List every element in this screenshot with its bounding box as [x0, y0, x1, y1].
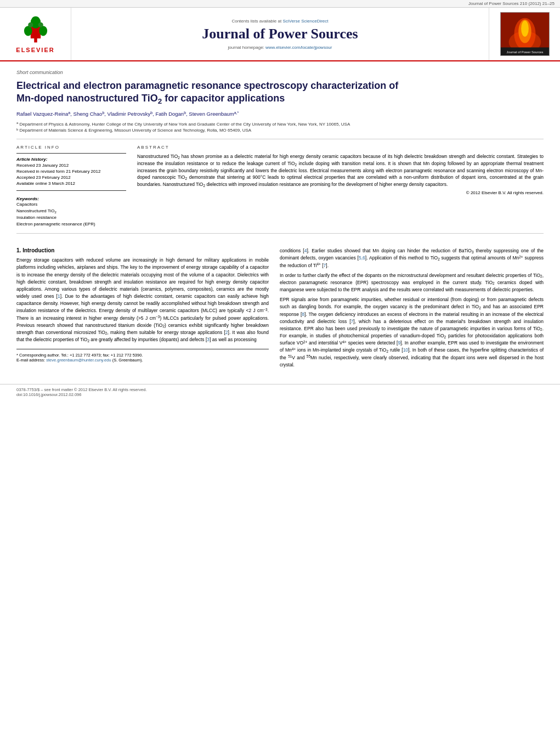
keywords-section: Keywords: Capacitors Nanostructured TiO2… [16, 196, 126, 228]
abstract-column: ABSTRACT Nanostructured TiO2 has shown p… [137, 145, 544, 228]
intro-text-left: Energy storage capacitors with reduced v… [16, 257, 269, 343]
footer-doi: doi:10.1016/j.jpowsour.2012.02.096 [16, 392, 544, 397]
sciverse-link-line: Contents lists available at SciVerse Sci… [231, 19, 328, 24]
footer-bar: 0378-7753/$ – see front matter © 2012 El… [0, 384, 560, 400]
info-abstract-section: ARTICLE INFO Article history: Received 2… [16, 145, 544, 228]
journal-name: Journal of Power Sources [202, 26, 358, 42]
article-title: Electrical and electron paramagnetic res… [16, 80, 544, 105]
elsevier-logo-area: ELSEVIER [0, 8, 71, 60]
journal-header: ELSEVIER Contents lists available at Sci… [0, 8, 560, 61]
divider [16, 139, 544, 139]
affil-a: a Department of Physics & Astronomy, Hun… [16, 121, 544, 127]
journal-issue-area: Journal of Power Sources [489, 8, 560, 60]
abstract-text: Nanostructured TiO2 has shown promise as… [137, 153, 544, 188]
footnote-star: * Corresponding author. Tel.: +1 212 772… [16, 353, 269, 358]
svg-point-7 [38, 22, 43, 27]
intro-section-title: 1. Introduction [16, 247, 269, 253]
journal-homepage-link[interactable]: www.elsevier.com/locate/jpowsour [265, 45, 332, 50]
svg-point-6 [28, 22, 33, 27]
journal-homepage-line: journal homepage: www.elsevier.com/locat… [228, 45, 332, 50]
accepted-date: Accepted 23 February 2012 [16, 175, 126, 180]
available-date: Available online 3 March 2012 [16, 181, 126, 186]
email-link[interactable]: steve.greenbaum@hunter.cuny.edu [46, 358, 111, 363]
keywords-list: Capacitors Nanostructured TiO2 Insulatio… [16, 201, 126, 228]
kw2: Nanostructured TiO2 [16, 208, 126, 214]
svg-point-4 [39, 26, 47, 36]
footnote-email: E-mail address: steve.greenbaum@hunter.c… [16, 358, 269, 363]
footer-issn: 0378-7753/$ – see front matter © 2012 El… [16, 387, 544, 392]
article-type: Short communication [16, 70, 544, 75]
svg-text:Journal of Power Sources: Journal of Power Sources [506, 50, 543, 54]
copyright: © 2012 Elsevier B.V. All rights reserved… [137, 190, 544, 195]
sciverse-link[interactable]: SciVerse ScienceDirect [282, 19, 328, 24]
body-right-column: conditions [4]. Earlier studies showed t… [280, 247, 544, 373]
divider2 [16, 233, 544, 234]
kw3: Insulation resistance [16, 214, 126, 221]
received-date: Received 23 January 2012 [16, 163, 126, 168]
cover-svg: Journal of Power Sources [501, 12, 549, 56]
svg-point-3 [24, 26, 32, 36]
affiliations: a Department of Physics & Astronomy, Hun… [16, 121, 544, 133]
keywords-title: Keywords: [16, 196, 126, 201]
revised-date: Received in revised form 21 February 201… [16, 169, 126, 174]
journal-ref-bar: Journal of Power Sources 210 (2012) 21–2… [0, 0, 560, 8]
article-info-column: ARTICLE INFO Article history: Received 2… [16, 145, 126, 228]
article-info-box: Article history: Received 23 January 201… [16, 153, 126, 191]
main-content: 1. Introduction Energy storage capacitor… [0, 247, 560, 384]
affil-b: b Department of Materials Science & Engi… [16, 127, 544, 133]
journal-reference: Journal of Power Sources 210 (2012) 21–2… [468, 1, 555, 6]
article-info-header: ARTICLE INFO [16, 145, 126, 150]
authors-line: Rafael Vazquez-Reinaa, Sheng Chaob, Vlad… [16, 111, 544, 117]
elsevier-logo: ELSEVIER [16, 15, 54, 53]
abstract-header: ABSTRACT [137, 145, 544, 150]
journal-title-area: Contents lists available at SciVerse Sci… [71, 8, 489, 60]
body-left-column: 1. Introduction Energy storage capacitor… [16, 247, 269, 373]
article-body: Short communication Electrical and elect… [0, 61, 560, 247]
kw1: Capacitors [16, 201, 126, 208]
footnote-area: * Corresponding author. Tel.: +1 212 772… [16, 349, 269, 363]
journal-cover-image: Journal of Power Sources [500, 12, 550, 56]
svg-point-12 [521, 21, 529, 37]
history-label: Article history: [16, 157, 126, 162]
page: Journal of Power Sources 210 (2012) 21–2… [0, 0, 560, 741]
elsevier-tree-icon [19, 15, 52, 45]
elsevier-wordmark: ELSEVIER [16, 47, 54, 53]
intro-text-right: conditions [4]. Earlier studies showed t… [280, 247, 544, 369]
kw4: Electron paramagnetic resonance (EPR) [16, 221, 126, 228]
